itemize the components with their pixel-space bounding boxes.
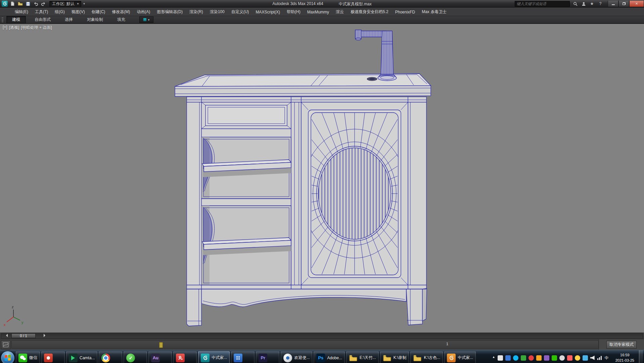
tray-app-icon-3[interactable] bbox=[513, 355, 518, 361]
search-input[interactable] bbox=[515, 1, 570, 7]
menu-views[interactable]: 视图(V) bbox=[68, 8, 88, 16]
sign-in-button[interactable] bbox=[581, 1, 587, 7]
taskbar-green-app-button[interactable]: ✓ bbox=[124, 351, 147, 363]
menu-render100[interactable]: 渲染100 bbox=[206, 8, 228, 16]
tray-app-icon-6[interactable] bbox=[536, 355, 542, 361]
save-file-button[interactable] bbox=[24, 1, 32, 7]
tray-network-icon[interactable] bbox=[597, 356, 602, 360]
menu-phoenixfd[interactable]: PhoenixFD bbox=[392, 9, 418, 15]
restore-button[interactable] bbox=[618, 1, 629, 7]
menu-animation[interactable]: 动画(A) bbox=[133, 8, 153, 16]
viewport-pov-menu[interactable]: [透视] bbox=[9, 25, 19, 31]
viewport-canvas[interactable]: z x y bbox=[0, 24, 644, 332]
tray-ime-icon[interactable]: 中 bbox=[605, 355, 609, 361]
3dsmax-logo-icon bbox=[2, 1, 8, 7]
ribbon-grip-handle[interactable] bbox=[2, 17, 3, 22]
close-button[interactable]: × bbox=[629, 1, 644, 7]
ribbon-tab-freeform[interactable]: 自由形式 bbox=[29, 16, 56, 23]
menu-maxmummy[interactable]: MaxMummy bbox=[304, 9, 332, 15]
menu-modifiers[interactable]: 修改器(M) bbox=[108, 8, 133, 16]
taskbar-welcome-button[interactable]: 欢迎使... bbox=[281, 351, 312, 363]
menu-slim-archive[interactable]: 极速瘦身安全归档5.2 bbox=[347, 8, 392, 16]
taskbar-folder-k1-button[interactable]: K:\录制 bbox=[380, 351, 409, 363]
help-button[interactable]: ? bbox=[597, 1, 603, 7]
tray-app-icon-8[interactable] bbox=[552, 355, 557, 361]
tray-volume-icon[interactable] bbox=[590, 356, 595, 360]
menu-tools[interactable]: 工具(T) bbox=[32, 8, 51, 16]
faucet-model[interactable] bbox=[355, 30, 397, 81]
redo-button[interactable] bbox=[40, 1, 47, 7]
photoshop-icon: Ps bbox=[316, 354, 325, 362]
track-bar[interactable]: 1 bbox=[11, 340, 599, 349]
time-slider-button[interactable]: 0 / 1 bbox=[11, 333, 36, 338]
menu-customize[interactable]: 自定义(U) bbox=[228, 8, 252, 16]
search-button[interactable] bbox=[572, 1, 578, 7]
tray-app-icon-1[interactable] bbox=[498, 355, 503, 361]
menu-graph-editors[interactable]: 图形编辑器(D) bbox=[153, 8, 186, 16]
previous-frame-arrow[interactable] bbox=[6, 334, 8, 337]
perspective-viewport[interactable]: [+] [透视] [明暗处理 + 边面] bbox=[0, 24, 644, 332]
taskbar-folder-k2-button[interactable]: K:\古色... bbox=[410, 351, 443, 363]
tray-app-icon-12[interactable] bbox=[583, 355, 588, 361]
minimize-button[interactable] bbox=[608, 1, 618, 7]
taskbar-red-app-button[interactable]: 丸 bbox=[173, 351, 197, 363]
menu-max-antivirus[interactable]: Max 杀毒卫士 bbox=[418, 8, 450, 16]
tray-app-icon-10[interactable] bbox=[567, 355, 572, 361]
menu-edit[interactable]: 编辑(E) bbox=[11, 8, 32, 16]
animation-key-marker[interactable] bbox=[159, 342, 163, 348]
tray-app-icon-9[interactable] bbox=[559, 355, 565, 361]
taskbar-3dsmax-button[interactable]: 中式家... bbox=[198, 351, 230, 363]
toolbar-overflow-chevron-icon[interactable]: ▾ bbox=[83, 2, 85, 5]
taskbar-wechat-button[interactable]: 微信 bbox=[16, 351, 40, 363]
cabinet-model[interactable] bbox=[175, 74, 431, 326]
undo-button[interactable] bbox=[32, 1, 39, 7]
ribbon-tab-object-paint[interactable]: 对象绘制 bbox=[82, 16, 108, 23]
tray-app-icon-2[interactable] bbox=[505, 355, 511, 361]
open-file-button[interactable] bbox=[16, 1, 24, 7]
taskbar-folder-e-button[interactable]: E:\天竹... bbox=[346, 351, 379, 363]
taskbar-3dsmax-file-button[interactable]: 中式家... bbox=[444, 351, 476, 363]
green-app-icon: ✓ bbox=[126, 354, 135, 362]
workspace-selector[interactable]: 工作区: 默认 ▾ bbox=[49, 1, 81, 7]
taskbar-chrome-button[interactable] bbox=[99, 351, 122, 363]
next-frame-arrow[interactable] bbox=[44, 334, 45, 337]
cancel-expert-mode-button[interactable]: 取消专家模式 bbox=[606, 341, 637, 349]
taskbar-audition-button[interactable]: Au bbox=[148, 351, 172, 363]
taskbar-button-label: Adobe... bbox=[327, 356, 342, 360]
menu-group[interactable]: 组(G) bbox=[51, 8, 68, 16]
menu-help[interactable]: 帮助(H) bbox=[283, 8, 304, 16]
camtasia-icon bbox=[69, 354, 78, 362]
viewport-general-menu[interactable]: [+] bbox=[3, 25, 7, 31]
viewport-shading-menu[interactable]: [明暗处理 + 边面] bbox=[21, 25, 52, 31]
tray-chevron-icon[interactable]: ▲ bbox=[492, 355, 495, 361]
tray-app-icon-5[interactable] bbox=[528, 355, 534, 361]
axis-x-label: x bbox=[4, 323, 6, 327]
app-menu-button[interactable] bbox=[1, 1, 8, 7]
menu-create[interactable]: 创建(C) bbox=[88, 8, 109, 16]
ribbon-display-dropdown[interactable]: ▾ bbox=[139, 16, 153, 23]
ribbon-tab-modeling[interactable]: 建模 bbox=[6, 16, 26, 24]
tray-app-icon-11[interactable] bbox=[575, 355, 580, 361]
ribbon-tab-populate[interactable]: 填充 bbox=[112, 16, 131, 23]
tray-app-icon-7[interactable] bbox=[544, 355, 549, 361]
menu-rendering[interactable]: 渲染(R) bbox=[186, 8, 206, 16]
taskbar-button-label: K:\古色... bbox=[424, 355, 440, 361]
taskbar-photoshop-button[interactable]: Ps Adobe... bbox=[314, 351, 345, 363]
taskbar-blue-app-button[interactable] bbox=[231, 351, 255, 363]
taskbar-clock[interactable]: 16:59 2021-03-25 bbox=[612, 353, 638, 363]
taskbar-recorder-button[interactable] bbox=[41, 351, 65, 363]
taskbar-premiere-button[interactable]: Pr bbox=[256, 351, 279, 363]
time-slider-track[interactable]: 0 / 1 bbox=[1, 333, 643, 338]
mini-curve-editor-button[interactable] bbox=[1, 340, 10, 349]
taskbar-button-label: 微信 bbox=[29, 355, 37, 361]
favorites-button[interactable]: ★ bbox=[589, 1, 595, 7]
user-icon bbox=[582, 2, 586, 6]
show-desktop-button[interactable] bbox=[639, 350, 643, 363]
ribbon-tab-selection[interactable]: 选择 bbox=[59, 16, 78, 23]
tray-app-icon-4[interactable] bbox=[521, 355, 526, 361]
taskbar-camtasia-button[interactable]: Camta... bbox=[66, 351, 97, 363]
menu-xrender[interactable]: 渲云 bbox=[332, 8, 347, 16]
start-button[interactable] bbox=[1, 351, 14, 363]
menu-maxscript[interactable]: MAXScript(X) bbox=[252, 9, 283, 15]
new-file-button[interactable] bbox=[9, 1, 16, 7]
